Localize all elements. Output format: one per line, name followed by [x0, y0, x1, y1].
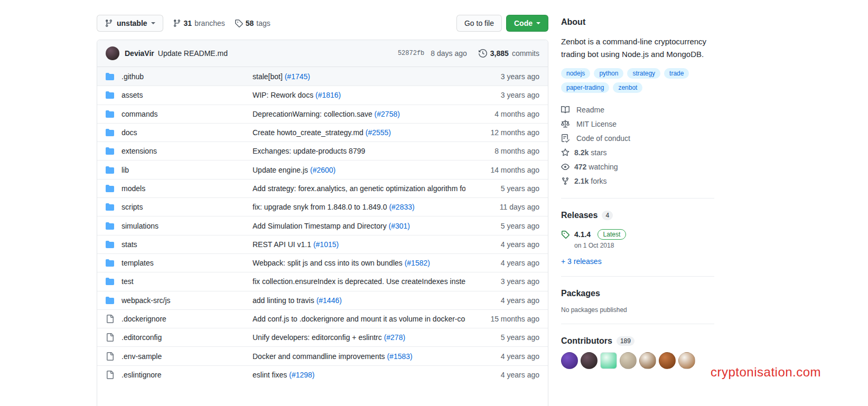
row-commit-message-link[interactable]: WIP: Rework docs	[253, 91, 315, 99]
row-commit-message-link[interactable]: fix: upgrade snyk from 1.848.0 to 1.849.…	[253, 203, 389, 211]
file-name-link[interactable]: simulations	[122, 222, 253, 230]
table-row[interactable]: .env-sample Docker and commandline impro…	[97, 346, 548, 365]
table-row[interactable]: .editorconfig Unify developers: editorco…	[97, 328, 548, 346]
contributor-avatar[interactable]	[678, 352, 695, 369]
row-commit-message-link[interactable]: Exchanges: update-products 8799	[253, 147, 365, 155]
pr-number-link[interactable]: (#1816)	[315, 91, 341, 99]
pr-number-link[interactable]: (#301)	[389, 222, 410, 230]
table-row[interactable]: docs Create howto_create_strategy.md (#2…	[97, 123, 548, 141]
more-releases-link[interactable]: + 3 releases	[561, 257, 602, 266]
file-name-link[interactable]: webpack-src/js	[122, 296, 253, 305]
table-row[interactable]: extensions Exchanges: update-products 87…	[97, 141, 548, 160]
table-row[interactable]: webpack-src/js add linting to travis (#1…	[97, 291, 548, 309]
file-name-link[interactable]: extensions	[122, 147, 253, 155]
go-to-file-button[interactable]: Go to file	[456, 15, 502, 32]
latest-badge: Latest	[598, 229, 627, 240]
topic-pill[interactable]: strategy	[627, 68, 660, 79]
file-name-link[interactable]: .env-sample	[122, 352, 253, 361]
topic-pill[interactable]: zenbot	[613, 82, 642, 93]
commit-sha-link[interactable]: 52872fb	[398, 50, 424, 57]
table-row[interactable]: models Add strategy: forex.analytics, an…	[97, 179, 548, 197]
contributor-avatar[interactable]	[620, 352, 637, 369]
watching-link[interactable]: 472 watching	[561, 159, 714, 174]
contributor-avatar[interactable]	[561, 352, 578, 369]
table-row[interactable]: test fix collection.ensureIndex is depre…	[97, 272, 548, 290]
file-name-link[interactable]: .eslintignore	[122, 371, 253, 379]
file-name-link[interactable]: .dockerignore	[122, 315, 253, 323]
file-name-link[interactable]: .github	[122, 72, 253, 81]
row-commit-message-link[interactable]: Update engine.js	[253, 166, 310, 174]
file-name-link[interactable]: stats	[122, 240, 253, 249]
pr-number-link[interactable]: (#2833)	[389, 203, 414, 211]
commit-author-link[interactable]: DeviaVir	[125, 49, 154, 58]
repo-sidebar: About Zenbot is a command-line cryptocur…	[561, 14, 714, 369]
stars-link[interactable]: 8.2k stars	[561, 145, 714, 159]
row-commit-message-link[interactable]: Create howto_create_strategy.md	[253, 128, 366, 137]
file-name-link[interactable]: models	[122, 184, 253, 193]
pr-number-link[interactable]: (#1582)	[405, 259, 430, 267]
table-row[interactable]: lib Update engine.js (#2600) 14 months a…	[97, 160, 548, 178]
repo-main-column: unstable 31 branches 58 tags Go to file …	[97, 14, 548, 406]
pr-number-link[interactable]: (#1298)	[289, 371, 314, 379]
commit-history-link[interactable]: 3,885 commits	[479, 49, 539, 58]
license-link[interactable]: MIT License	[561, 117, 714, 131]
forks-link[interactable]: 2.1k forks	[561, 174, 714, 188]
branches-link[interactable]: 31 branches	[173, 19, 225, 27]
row-commit-message-link[interactable]: Add conf.js to .dockerignore and mount i…	[253, 315, 465, 323]
pr-number-link[interactable]: (#2600)	[310, 166, 335, 174]
file-age: 4 months ago	[465, 110, 539, 118]
pr-number-link[interactable]: (#2758)	[375, 110, 400, 118]
contributor-avatar[interactable]	[639, 352, 656, 369]
code-button[interactable]: Code	[506, 15, 548, 32]
row-commit-message-link[interactable]: DeprecationWarning: collection.save	[253, 110, 375, 118]
pr-number-link[interactable]: (#1015)	[313, 240, 339, 249]
pr-number-link[interactable]: (#1446)	[316, 296, 342, 305]
pr-number-link[interactable]: (#1583)	[387, 352, 412, 361]
table-row[interactable]: assets WIP: Rework docs (#1816) 3 years …	[97, 86, 548, 104]
pr-number-link[interactable]: (#278)	[384, 333, 405, 342]
file-name-link[interactable]: lib	[122, 166, 253, 174]
table-row[interactable]: .dockerignore Add conf.js to .dockerigno…	[97, 309, 548, 328]
readme-link[interactable]: Readme	[561, 102, 714, 117]
file-age: 11 days ago	[465, 203, 539, 211]
topic-pill[interactable]: nodejs	[561, 68, 590, 79]
file-name-link[interactable]: scripts	[122, 203, 253, 211]
table-row[interactable]: commands DeprecationWarning: collection.…	[97, 105, 548, 123]
file-name-link[interactable]: assets	[122, 91, 253, 99]
file-name-link[interactable]: .editorconfig	[122, 333, 253, 342]
topic-pill[interactable]: trade	[664, 68, 689, 79]
row-commit-message-link[interactable]: add linting to travis	[253, 296, 316, 305]
row-commit-message-link[interactable]: Add strategy: forex.analytics, an geneti…	[253, 184, 465, 193]
topic-pill[interactable]: python	[594, 68, 623, 79]
row-commit-message-link[interactable]: fix collection.ensureIndex is deprecated…	[253, 277, 465, 286]
branch-selector-button[interactable]: unstable	[97, 15, 163, 32]
table-row[interactable]: .github stale[bot] (#1745) 3 years ago	[97, 67, 548, 86]
row-commit-message-link[interactable]: Docker and commandline improvements	[253, 352, 387, 361]
row-commit-message-link[interactable]: Unify developers: editorconfig + eslintr…	[253, 333, 384, 342]
row-commit-message-link[interactable]: stale[bot]	[253, 72, 285, 81]
pr-number-link[interactable]: (#2555)	[366, 128, 391, 137]
pr-number-link[interactable]: (#1745)	[285, 72, 310, 81]
table-row[interactable]: .eslintignore eslint fixes (#1298) 4 yea…	[97, 365, 548, 384]
row-commit-message-link[interactable]: REST API UI v1.1	[253, 240, 313, 249]
table-row[interactable]: stats REST API UI v1.1 (#1015) 4 years a…	[97, 235, 548, 253]
row-commit-message-link[interactable]: Webpack: split js and css into its own b…	[253, 259, 405, 267]
topic-pill[interactable]: paper-trading	[561, 82, 609, 93]
latest-release-link[interactable]: 4.1.4 Latest on 1 Oct 2018	[561, 229, 714, 249]
file-name-link[interactable]: templates	[122, 259, 253, 267]
contributor-avatar[interactable]	[600, 352, 617, 369]
table-row[interactable]: scripts fix: upgrade snyk from 1.848.0 t…	[97, 197, 548, 216]
file-name-link[interactable]: commands	[122, 110, 253, 118]
code-of-conduct-link[interactable]: Code of conduct	[561, 131, 714, 145]
commit-message-link[interactable]: Update README.md	[158, 49, 228, 58]
table-row[interactable]: simulations Add Simulation Timestamp and…	[97, 216, 548, 234]
file-name-link[interactable]: test	[122, 277, 253, 286]
commit-author-avatar[interactable]	[106, 46, 119, 60]
row-commit-message-link[interactable]: Add Simulation Timestamp and Directory	[253, 222, 389, 230]
contributor-avatar[interactable]	[581, 352, 598, 369]
file-name-link[interactable]: docs	[122, 128, 253, 137]
table-row[interactable]: templates Webpack: split js and css into…	[97, 253, 548, 272]
row-commit-message-link[interactable]: eslint fixes	[253, 371, 289, 379]
tags-link[interactable]: 58 tags	[235, 19, 270, 27]
contributor-avatar[interactable]	[659, 352, 676, 369]
